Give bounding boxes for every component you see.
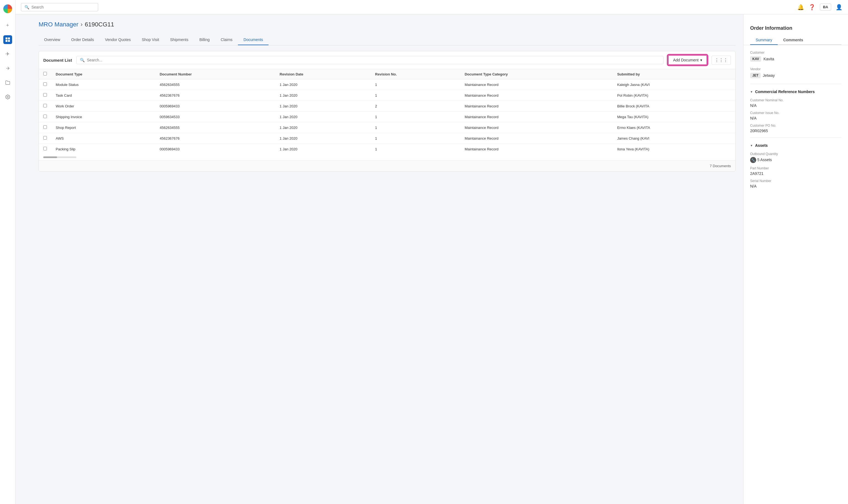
wrench-nav-icon[interactable] bbox=[3, 64, 12, 73]
row-checkbox[interactable] bbox=[43, 82, 47, 86]
breadcrumb: MRO Manager › 6190CG11 bbox=[39, 21, 735, 28]
row-checkbox[interactable] bbox=[43, 114, 47, 118]
app-logo bbox=[3, 4, 12, 13]
svg-rect-3 bbox=[8, 40, 10, 42]
user-avatar-icon[interactable]: 👤 bbox=[835, 4, 843, 11]
cell-submitted-by: Ilona Yeva (KAVITA) bbox=[613, 144, 735, 155]
col-doc-type: Document Type bbox=[51, 69, 155, 79]
customer-nominal-value: N/A bbox=[750, 103, 842, 108]
tab-shipments[interactable]: Shipments bbox=[165, 35, 194, 45]
help-icon[interactable]: ❓ bbox=[809, 4, 815, 11]
cell-revision-date: 1 Jan 2020 bbox=[275, 133, 370, 144]
customer-issue-field: Customer Issue No. N/A bbox=[750, 111, 842, 120]
cell-doc-number: 0059634533 bbox=[155, 111, 275, 122]
cell-submitted-by: Mega Tau (KAVITA) bbox=[613, 111, 735, 122]
search-input[interactable] bbox=[31, 5, 94, 10]
flight-nav-icon[interactable]: ✈ bbox=[3, 50, 12, 58]
cell-submitted-by: James Chang (KAVI bbox=[613, 133, 735, 144]
svg-rect-2 bbox=[5, 40, 7, 42]
cell-category: Maintainance Record bbox=[460, 144, 612, 155]
right-panel-header-container: Order Information Summary Comments bbox=[744, 14, 848, 45]
add-nav-icon[interactable]: + bbox=[3, 21, 12, 30]
cell-revision-date: 1 Jan 2020 bbox=[275, 79, 370, 90]
cell-category: Maintainance Record bbox=[460, 122, 612, 133]
outbound-qty-value: 🔧 5 Assets bbox=[750, 157, 842, 163]
add-document-label: Add Document bbox=[673, 58, 698, 62]
tab-documents[interactable]: Documents bbox=[238, 35, 269, 45]
svg-point-5 bbox=[7, 96, 8, 98]
search-box[interactable]: 🔍 bbox=[21, 3, 98, 11]
grid-view-button[interactable]: ⋮⋮⋮ bbox=[711, 56, 731, 65]
document-search-box[interactable]: 🔍 bbox=[76, 56, 663, 64]
serial-number-field: Serial Number N/A bbox=[750, 179, 842, 188]
table-row: AWS 4562367676 1 Jan 2020 1 Maintainance… bbox=[39, 133, 735, 144]
cell-revision-date: 1 Jan 2020 bbox=[275, 111, 370, 122]
cell-revision-date: 1 Jan 2020 bbox=[275, 122, 370, 133]
vendor-section: Vendor JET Jetway bbox=[750, 67, 842, 78]
cell-category: Maintainance Record bbox=[460, 79, 612, 90]
assets-title: Assets bbox=[755, 143, 768, 148]
cell-doc-type: AWS bbox=[51, 133, 155, 144]
row-checkbox[interactable] bbox=[43, 136, 47, 140]
serial-number-label: Serial Number bbox=[750, 179, 842, 183]
tab-claims[interactable]: Claims bbox=[215, 35, 238, 45]
customer-po-label: Customer PO No. bbox=[750, 124, 842, 127]
right-panel: Order Information Summary Comments Custo… bbox=[743, 14, 848, 504]
tab-overview[interactable]: Overview bbox=[39, 35, 66, 45]
table-row: Shipping Invoice 0059634533 1 Jan 2020 1… bbox=[39, 111, 735, 122]
row-checkbox[interactable] bbox=[43, 104, 47, 107]
folder-nav-icon[interactable] bbox=[3, 78, 12, 87]
cell-doc-number: 0005969433 bbox=[155, 101, 275, 111]
svg-rect-1 bbox=[8, 37, 10, 39]
bell-icon[interactable]: 🔔 bbox=[797, 4, 804, 11]
commercial-ref-title: Commercial Reference Numbers bbox=[755, 90, 815, 94]
right-tab-summary[interactable]: Summary bbox=[750, 36, 778, 45]
add-document-button[interactable]: Add Document ▾ bbox=[668, 55, 707, 65]
row-checkbox[interactable] bbox=[43, 93, 47, 97]
cell-revision-no: 2 bbox=[371, 101, 461, 111]
breadcrumb-parent-link[interactable]: MRO Manager bbox=[39, 21, 78, 28]
outbound-qty-label: Outbound Quantity bbox=[750, 152, 842, 156]
select-all-checkbox[interactable] bbox=[43, 72, 47, 75]
header-right: 🔔 ❓ BA 👤 bbox=[797, 4, 843, 11]
table-row: Task Card 4562367676 1 Jan 2020 1 Mainta… bbox=[39, 90, 735, 101]
cell-revision-no: 1 bbox=[371, 144, 461, 155]
col-revision-date: Revision Date bbox=[275, 69, 370, 79]
col-doc-category: Document Type Category bbox=[460, 69, 612, 79]
outbound-qty-field: Outbound Quantity 🔧 5 Assets bbox=[750, 152, 842, 163]
assets-header[interactable]: ▼ Assets bbox=[750, 142, 842, 149]
col-doc-number: Document Number bbox=[155, 69, 275, 79]
document-footer: 7 Documents bbox=[39, 160, 735, 171]
vendor-label: Vendor bbox=[750, 67, 842, 71]
right-tab-comments[interactable]: Comments bbox=[778, 36, 809, 45]
cell-revision-no: 1 bbox=[371, 111, 461, 122]
customer-badge: KAV Kavita bbox=[750, 56, 774, 62]
dashboard-nav-icon[interactable] bbox=[3, 35, 12, 44]
settings-nav-icon[interactable] bbox=[3, 92, 12, 101]
row-checkbox[interactable] bbox=[43, 147, 47, 150]
table-row: Shop Report 4562634555 1 Jan 2020 1 Main… bbox=[39, 122, 735, 133]
customer-section: Customer KAV Kavita bbox=[750, 51, 842, 62]
customer-issue-value: N/A bbox=[750, 116, 842, 120]
tab-vendor-quotes[interactable]: Vendor Quotes bbox=[100, 35, 136, 45]
cell-submitted-by: Pol Robin (KAVITA) bbox=[613, 90, 735, 101]
customer-nominal-field: Customer Nominal No. N/A bbox=[750, 98, 842, 108]
add-document-chevron-icon: ▾ bbox=[700, 58, 702, 62]
cell-doc-type: Task Card bbox=[51, 90, 155, 101]
vendor-name: Jetway bbox=[763, 73, 775, 78]
assets-collapse-icon: ▼ bbox=[750, 144, 753, 147]
breadcrumb-separator: › bbox=[81, 21, 83, 28]
user-initials-badge[interactable]: BA bbox=[820, 4, 831, 11]
tab-order-details[interactable]: Order Details bbox=[66, 35, 99, 45]
tab-shop-visit[interactable]: Shop Visit bbox=[136, 35, 165, 45]
document-list-header: Document List 🔍 Add Document ▾ ⋮⋮⋮ bbox=[39, 51, 735, 69]
document-search-input[interactable] bbox=[87, 58, 660, 62]
breadcrumb-current: 6190CG11 bbox=[85, 21, 114, 28]
tab-billing[interactable]: Billing bbox=[194, 35, 215, 45]
row-checkbox[interactable] bbox=[43, 125, 47, 129]
scroll-thumb bbox=[43, 157, 57, 158]
assets-link[interactable]: 🔧 5 Assets bbox=[750, 158, 772, 162]
top-header: 🔍 🔔 ❓ BA 👤 bbox=[15, 0, 848, 14]
commercial-ref-header[interactable]: ▼ Commercial Reference Numbers bbox=[750, 88, 842, 95]
customer-tag: KAV bbox=[750, 56, 761, 62]
